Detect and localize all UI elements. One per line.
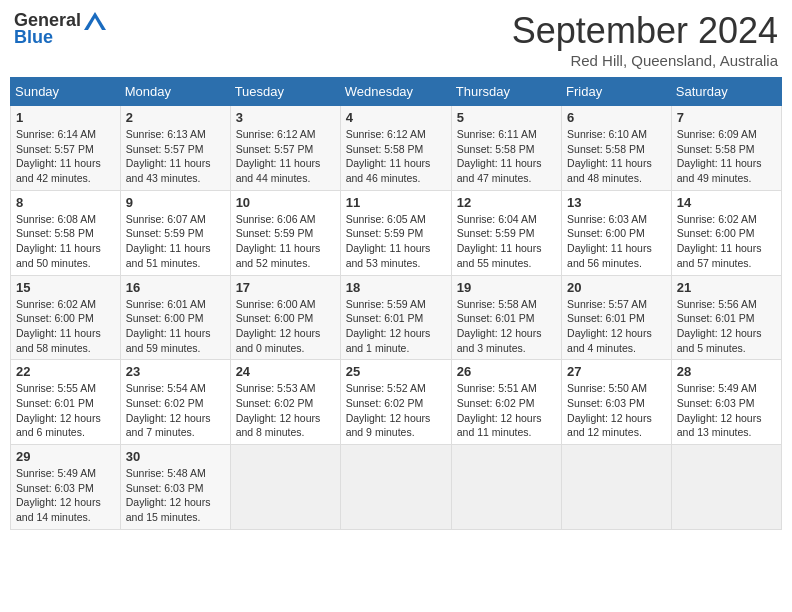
calendar-cell [340,445,451,530]
calendar-cell: 2Sunrise: 6:13 AMSunset: 5:57 PMDaylight… [120,106,230,191]
day-of-week-sunday: Sunday [11,78,121,106]
day-number: 28 [677,364,776,379]
day-number: 27 [567,364,666,379]
calendar-cell: 21Sunrise: 5:56 AMSunset: 6:01 PMDayligh… [671,275,781,360]
day-info: Sunrise: 6:12 AMSunset: 5:58 PMDaylight:… [346,127,446,186]
logo: General Blue [14,10,107,48]
calendar-cell: 4Sunrise: 6:12 AMSunset: 5:58 PMDaylight… [340,106,451,191]
day-info: Sunrise: 6:02 AMSunset: 6:00 PMDaylight:… [677,212,776,271]
calendar-cell: 14Sunrise: 6:02 AMSunset: 6:00 PMDayligh… [671,190,781,275]
calendar-cell: 24Sunrise: 5:53 AMSunset: 6:02 PMDayligh… [230,360,340,445]
month-title: September 2024 [512,10,778,52]
day-of-week-thursday: Thursday [451,78,561,106]
day-number: 2 [126,110,225,125]
day-info: Sunrise: 6:13 AMSunset: 5:57 PMDaylight:… [126,127,225,186]
day-number: 16 [126,280,225,295]
calendar-cell: 30Sunrise: 5:48 AMSunset: 6:03 PMDayligh… [120,445,230,530]
calendar-cell [451,445,561,530]
day-info: Sunrise: 5:57 AMSunset: 6:01 PMDaylight:… [567,297,666,356]
day-info: Sunrise: 6:04 AMSunset: 5:59 PMDaylight:… [457,212,556,271]
calendar-cell: 8Sunrise: 6:08 AMSunset: 5:58 PMDaylight… [11,190,121,275]
day-info: Sunrise: 5:49 AMSunset: 6:03 PMDaylight:… [16,466,115,525]
day-info: Sunrise: 5:56 AMSunset: 6:01 PMDaylight:… [677,297,776,356]
day-number: 22 [16,364,115,379]
calendar-cell: 6Sunrise: 6:10 AMSunset: 5:58 PMDaylight… [562,106,672,191]
day-info: Sunrise: 6:08 AMSunset: 5:58 PMDaylight:… [16,212,115,271]
day-number: 12 [457,195,556,210]
day-info: Sunrise: 5:52 AMSunset: 6:02 PMDaylight:… [346,381,446,440]
day-number: 17 [236,280,335,295]
calendar-cell: 27Sunrise: 5:50 AMSunset: 6:03 PMDayligh… [562,360,672,445]
day-info: Sunrise: 6:14 AMSunset: 5:57 PMDaylight:… [16,127,115,186]
day-number: 18 [346,280,446,295]
calendar-cell: 29Sunrise: 5:49 AMSunset: 6:03 PMDayligh… [11,445,121,530]
day-info: Sunrise: 5:51 AMSunset: 6:02 PMDaylight:… [457,381,556,440]
calendar-cell: 15Sunrise: 6:02 AMSunset: 6:00 PMDayligh… [11,275,121,360]
day-number: 11 [346,195,446,210]
calendar-cell: 16Sunrise: 6:01 AMSunset: 6:00 PMDayligh… [120,275,230,360]
day-number: 8 [16,195,115,210]
calendar-cell: 25Sunrise: 5:52 AMSunset: 6:02 PMDayligh… [340,360,451,445]
header: General Blue September 2024 Red Hill, Qu… [10,10,782,69]
day-number: 9 [126,195,225,210]
day-number: 5 [457,110,556,125]
day-info: Sunrise: 6:01 AMSunset: 6:00 PMDaylight:… [126,297,225,356]
calendar-cell: 1Sunrise: 6:14 AMSunset: 5:57 PMDaylight… [11,106,121,191]
calendar-cell [562,445,672,530]
day-number: 13 [567,195,666,210]
logo-icon [84,12,106,30]
calendar-cell: 10Sunrise: 6:06 AMSunset: 5:59 PMDayligh… [230,190,340,275]
location-subtitle: Red Hill, Queensland, Australia [512,52,778,69]
day-number: 3 [236,110,335,125]
calendar-cell: 17Sunrise: 6:00 AMSunset: 6:00 PMDayligh… [230,275,340,360]
calendar-cell: 11Sunrise: 6:05 AMSunset: 5:59 PMDayligh… [340,190,451,275]
day-info: Sunrise: 6:09 AMSunset: 5:58 PMDaylight:… [677,127,776,186]
day-number: 15 [16,280,115,295]
day-number: 14 [677,195,776,210]
day-number: 10 [236,195,335,210]
calendar-cell: 26Sunrise: 5:51 AMSunset: 6:02 PMDayligh… [451,360,561,445]
day-of-week-friday: Friday [562,78,672,106]
day-info: Sunrise: 6:07 AMSunset: 5:59 PMDaylight:… [126,212,225,271]
day-number: 6 [567,110,666,125]
calendar-table: SundayMondayTuesdayWednesdayThursdayFrid… [10,77,782,530]
calendar-cell: 13Sunrise: 6:03 AMSunset: 6:00 PMDayligh… [562,190,672,275]
day-of-week-monday: Monday [120,78,230,106]
day-info: Sunrise: 5:49 AMSunset: 6:03 PMDaylight:… [677,381,776,440]
day-number: 30 [126,449,225,464]
day-info: Sunrise: 6:03 AMSunset: 6:00 PMDaylight:… [567,212,666,271]
day-number: 29 [16,449,115,464]
day-of-week-wednesday: Wednesday [340,78,451,106]
day-number: 26 [457,364,556,379]
calendar-cell: 28Sunrise: 5:49 AMSunset: 6:03 PMDayligh… [671,360,781,445]
day-info: Sunrise: 5:48 AMSunset: 6:03 PMDaylight:… [126,466,225,525]
day-info: Sunrise: 5:59 AMSunset: 6:01 PMDaylight:… [346,297,446,356]
day-info: Sunrise: 6:02 AMSunset: 6:00 PMDaylight:… [16,297,115,356]
calendar-cell: 22Sunrise: 5:55 AMSunset: 6:01 PMDayligh… [11,360,121,445]
logo-blue: Blue [14,27,53,48]
calendar-cell: 18Sunrise: 5:59 AMSunset: 6:01 PMDayligh… [340,275,451,360]
day-number: 23 [126,364,225,379]
day-number: 25 [346,364,446,379]
day-info: Sunrise: 5:53 AMSunset: 6:02 PMDaylight:… [236,381,335,440]
day-info: Sunrise: 6:11 AMSunset: 5:58 PMDaylight:… [457,127,556,186]
day-info: Sunrise: 5:58 AMSunset: 6:01 PMDaylight:… [457,297,556,356]
day-number: 7 [677,110,776,125]
calendar-cell [230,445,340,530]
calendar-cell: 3Sunrise: 6:12 AMSunset: 5:57 PMDaylight… [230,106,340,191]
day-info: Sunrise: 5:50 AMSunset: 6:03 PMDaylight:… [567,381,666,440]
day-info: Sunrise: 6:10 AMSunset: 5:58 PMDaylight:… [567,127,666,186]
day-info: Sunrise: 6:06 AMSunset: 5:59 PMDaylight:… [236,212,335,271]
title-area: September 2024 Red Hill, Queensland, Aus… [512,10,778,69]
day-info: Sunrise: 5:55 AMSunset: 6:01 PMDaylight:… [16,381,115,440]
day-info: Sunrise: 5:54 AMSunset: 6:02 PMDaylight:… [126,381,225,440]
day-number: 4 [346,110,446,125]
day-info: Sunrise: 6:00 AMSunset: 6:00 PMDaylight:… [236,297,335,356]
calendar-cell [671,445,781,530]
calendar-cell: 19Sunrise: 5:58 AMSunset: 6:01 PMDayligh… [451,275,561,360]
day-of-week-tuesday: Tuesday [230,78,340,106]
day-info: Sunrise: 6:12 AMSunset: 5:57 PMDaylight:… [236,127,335,186]
day-of-week-saturday: Saturday [671,78,781,106]
day-info: Sunrise: 6:05 AMSunset: 5:59 PMDaylight:… [346,212,446,271]
day-number: 20 [567,280,666,295]
